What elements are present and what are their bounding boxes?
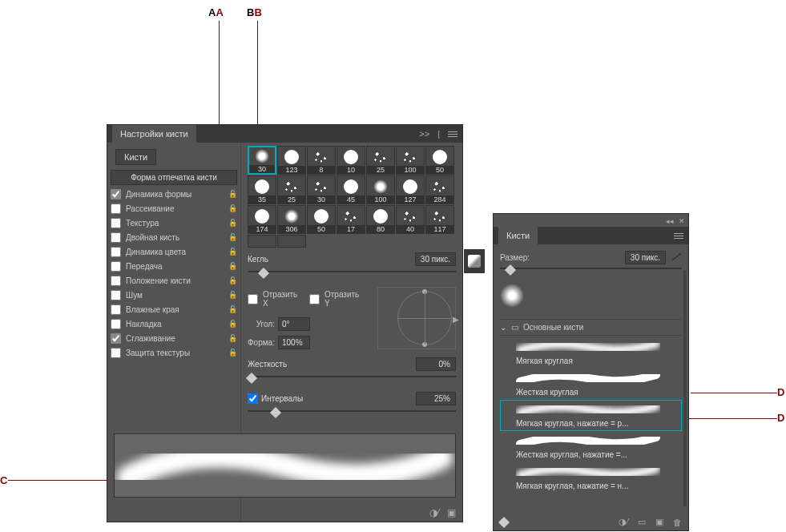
brush-size-value[interactable]: 30 пикс.	[625, 251, 666, 264]
brush-option-row[interactable]: Передача🔓	[107, 259, 240, 273]
create-preset-icon[interactable]: ▣	[655, 517, 663, 527]
spacing-checkbox[interactable]	[248, 393, 258, 404]
hardness-slider[interactable]	[248, 376, 456, 385]
lock-icon[interactable]: 🔓	[228, 233, 237, 241]
preset-scrollbar[interactable]	[683, 270, 687, 506]
option-checkbox[interactable]	[111, 276, 121, 286]
brush-tip-tile[interactable]	[248, 235, 276, 248]
option-checkbox[interactable]	[111, 319, 121, 329]
brush-tip-tile[interactable]: 30	[248, 146, 276, 175]
roundness-input[interactable]	[278, 336, 310, 349]
brush-tip-tile[interactable]: 306	[277, 205, 306, 234]
brush-option-row[interactable]: Динамика формы🔓	[107, 187, 240, 201]
lock-icon[interactable]: 🔓	[228, 276, 237, 284]
brush-option-row[interactable]: Двойная кисть🔓	[107, 230, 240, 244]
option-checkbox[interactable]	[111, 204, 121, 214]
brush-tip-tile[interactable]: 35	[248, 175, 276, 204]
lock-icon[interactable]: 🔓	[228, 291, 237, 299]
option-checkbox[interactable]	[111, 333, 121, 344]
lock-icon[interactable]: 🔓	[228, 262, 237, 270]
brush-preset-item[interactable]: Мягкая круглая	[500, 337, 682, 369]
footer-slider-thumb[interactable]	[498, 516, 510, 527]
close-panel-icon[interactable]: ✕	[679, 217, 685, 225]
brush-tip-tile[interactable]: 25	[366, 146, 395, 175]
brush-tip-tile[interactable]: 25	[277, 175, 306, 204]
brush-option-row[interactable]: Защита текстуры🔓	[107, 345, 240, 360]
brush-tip-tile[interactable]: 117	[425, 205, 454, 234]
brush-tip-tile[interactable]: 284	[425, 175, 454, 204]
brush-tip-shape	[342, 209, 360, 224]
brush-tip-tile[interactable]: 80	[366, 205, 395, 234]
brush-option-row[interactable]: Динамика цвета🔓	[107, 244, 240, 259]
brush-preset-item[interactable]: Мягкая круглая, нажатие = н...	[500, 462, 682, 494]
brush-tip-tile[interactable]: 50	[425, 146, 454, 175]
brush-tip-tile[interactable]	[277, 235, 306, 248]
create-new-icon[interactable]: ▣	[447, 507, 456, 518]
brush-size-slider[interactable]	[500, 268, 682, 277]
size-slider[interactable]	[248, 271, 456, 280]
collapse-icon[interactable]: >>	[419, 129, 429, 139]
new-folder-icon[interactable]: ▭	[638, 517, 646, 527]
delete-icon[interactable]: 🗑	[673, 518, 682, 527]
option-checkbox[interactable]	[111, 304, 121, 315]
brush-tip-tile[interactable]: 45	[337, 175, 365, 204]
brush-preset-item[interactable]: Жесткая круглая, нажатие =...	[500, 431, 682, 462]
lock-icon[interactable]: 🔓	[228, 320, 237, 328]
brush-option-row[interactable]: Накладка🔓	[107, 316, 240, 331]
angle-input[interactable]	[278, 317, 310, 331]
preview-toggle-icon[interactable]: ◑⁄	[429, 507, 439, 518]
brush-tip-tile[interactable]: 30	[307, 175, 336, 204]
spacing-value[interactable]: 25%	[416, 392, 456, 405]
tab-brush-settings[interactable]: Настройки кисти	[112, 125, 196, 143]
tab-brushes[interactable]: Кисти	[498, 227, 538, 244]
brush-tip-tile[interactable]: 127	[396, 175, 425, 204]
lock-icon[interactable]: 🔓	[228, 334, 237, 342]
option-checkbox[interactable]	[111, 290, 121, 300]
option-label: Положение кисти	[126, 276, 191, 285]
size-value[interactable]: 30 пикс.	[415, 252, 456, 266]
brush-tip-tile[interactable]: 8	[307, 146, 336, 175]
brushes-menu-icon[interactable]	[674, 232, 683, 240]
brush-option-row[interactable]: Текстура🔓	[107, 216, 240, 230]
lock-icon[interactable]: 🔓	[228, 248, 237, 256]
flip-y-checkbox[interactable]	[309, 294, 320, 304]
brush-tip-tile[interactable]: 100	[366, 175, 395, 204]
spacing-slider[interactable]	[248, 410, 456, 420]
brush-option-row[interactable]: Влажные края🔓	[107, 302, 240, 316]
option-checkbox[interactable]	[111, 232, 121, 243]
brush-tip-tile[interactable]: 17	[337, 205, 365, 234]
brush-tip-tile[interactable]: 10	[337, 146, 365, 175]
preview-toggle-icon[interactable]: ◑⁄	[619, 517, 628, 527]
brush-option-row[interactable]: Шум🔓	[107, 288, 240, 302]
brush-panel-icon-strip[interactable]	[464, 249, 485, 273]
brush-folder[interactable]: ⌄ ▭ Основные кисти	[500, 319, 682, 336]
flip-x-checkbox[interactable]	[248, 294, 258, 304]
brush-tip-tile[interactable]: 100	[396, 146, 425, 175]
brush-tip-tile[interactable]: 40	[396, 205, 425, 234]
brush-option-row[interactable]: Сглаживание🔓	[107, 331, 240, 345]
lock-icon[interactable]: 🔓	[228, 305, 237, 313]
option-checkbox[interactable]	[111, 218, 121, 228]
brush-tip-tile[interactable]: 50	[307, 205, 336, 234]
lock-icon[interactable]: 🔓	[228, 204, 237, 212]
lock-icon[interactable]: 🔓	[228, 190, 237, 198]
angle-roundness-control[interactable]: ▶	[397, 291, 452, 345]
brush-preset-item[interactable]: Мягкая круглая, нажатие = р...	[500, 400, 682, 431]
flip-brush-icon[interactable]	[671, 252, 682, 264]
option-checkbox[interactable]	[111, 189, 121, 200]
hardness-value[interactable]: 0%	[416, 357, 456, 371]
brush-tip-tile[interactable]: 123	[277, 146, 306, 175]
option-checkbox[interactable]	[111, 261, 121, 272]
brush-option-row[interactable]: Положение кисти🔓	[107, 273, 240, 288]
brush-preset-item[interactable]: Жесткая круглая	[500, 369, 682, 400]
panel-menu-icon[interactable]	[448, 130, 457, 138]
lock-icon[interactable]: 🔓	[228, 219, 237, 227]
brush-option-row[interactable]: Рассеивание🔓	[107, 201, 240, 216]
option-checkbox[interactable]	[111, 247, 121, 257]
lock-icon[interactable]: 🔓	[228, 349, 237, 357]
collapse-panel-icon[interactable]: ◂◂	[666, 217, 674, 225]
brushes-button[interactable]: Кисти	[115, 149, 156, 165]
option-checkbox[interactable]	[111, 348, 121, 358]
brush-tip-tile[interactable]: 174	[248, 205, 276, 234]
brush-tip-shape-button[interactable]: Форма отпечатка кисти	[111, 170, 237, 185]
